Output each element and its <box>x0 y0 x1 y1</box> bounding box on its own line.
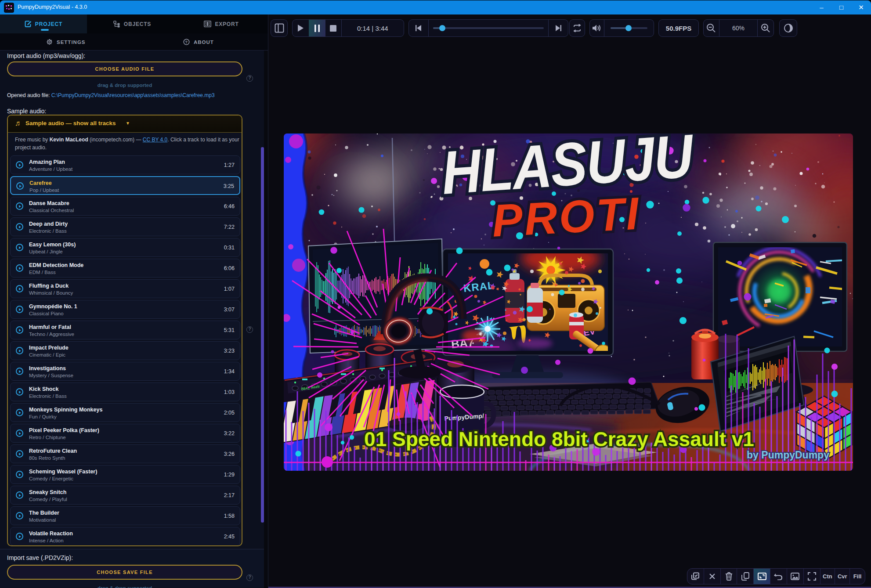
svg-text:PROTI: PROTI <box>491 188 641 246</box>
svg-text:?: ? <box>185 40 188 44</box>
svg-text:01 Speed Nintendo 8bit Crazy A: 01 Speed Nintendo 8bit Crazy Assault v1 <box>364 428 754 451</box>
svg-text:by PumpyDumpy: by PumpyDumpy <box>747 449 829 461</box>
